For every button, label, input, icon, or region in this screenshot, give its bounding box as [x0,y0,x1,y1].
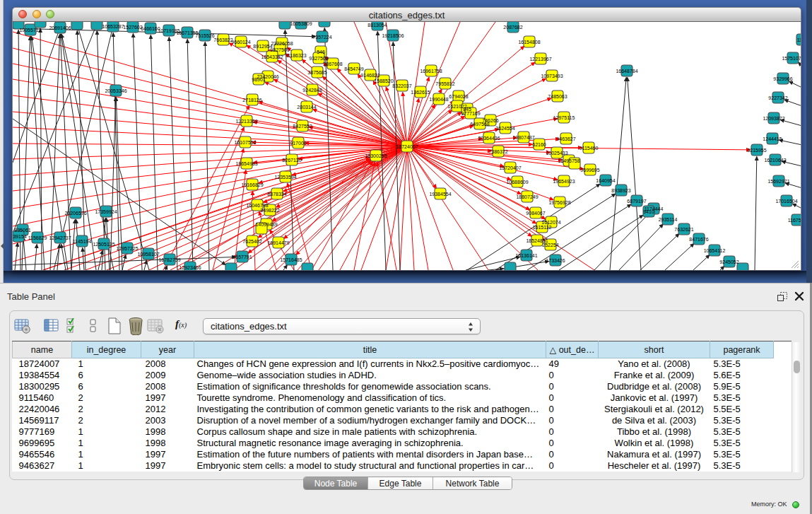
svg-text:16053809: 16053809 [290,22,312,26]
svg-text:9657791: 9657791 [233,255,252,259]
svg-text:1156829: 1156829 [28,235,47,240]
svg-text:9146821: 9146821 [360,73,379,78]
svg-text:8427552: 8427552 [293,124,312,129]
svg-text:62160: 62160 [532,142,546,147]
svg-text:8322037: 8322037 [392,83,411,88]
svg-text:12975115: 12975115 [553,115,575,120]
svg-text:10973493: 10973493 [541,74,563,78]
svg-text:10654112: 10654112 [704,248,726,253]
svg-text:18807249: 18807249 [516,194,538,199]
svg-text:1167533: 1167533 [788,218,801,223]
svg-text:7625402: 7625402 [242,239,261,244]
svg-text:16107552: 16107552 [234,140,256,145]
svg-text:19384554: 19384554 [429,192,451,197]
svg-text:12213369: 12213369 [235,119,257,124]
svg-text:2867608: 2867608 [323,62,342,66]
svg-text:8186323: 8186323 [287,53,306,58]
svg-text:9660124: 9660124 [231,40,250,45]
svg-text:2935114: 2935114 [659,217,678,222]
svg-text:9242848: 9242848 [302,88,322,93]
svg-text:939154: 939154 [13,234,27,239]
svg-text:16961758: 16961758 [420,69,442,74]
svg-text:9115460: 9115460 [579,146,599,151]
svg-text:6879197: 6879197 [627,199,646,204]
svg-text:9227342: 9227342 [768,95,787,100]
svg-text:14099489: 14099489 [255,222,277,227]
svg-text:10688609: 10688609 [506,180,528,185]
svg-text:10653287: 10653287 [102,24,124,29]
svg-text:20053346: 20053346 [105,88,126,93]
svg-text:16495758: 16495758 [558,158,579,163]
svg-text:9699695: 9699695 [580,168,599,173]
svg-text:7515526: 7515526 [195,33,214,38]
svg-text:19166829: 19166829 [241,182,263,187]
svg-text:15716485: 15716485 [280,257,302,262]
svg-text:20691406: 20691406 [49,25,71,30]
svg-text:8471676: 8471676 [689,237,708,242]
svg-text:20364436: 20364436 [478,136,500,141]
svg-text:546: 546 [317,49,325,54]
svg-text:9827500: 9827500 [270,47,289,52]
svg-text:7955812: 7955812 [435,81,454,86]
svg-text:15692971: 15692971 [767,179,789,184]
svg-text:8813054: 8813054 [367,23,387,28]
svg-text:12942737: 12942737 [49,235,71,240]
svg-text:8267130: 8267130 [282,158,301,163]
svg-text:2087682: 2087682 [503,25,522,30]
svg-text:6794028: 6794028 [449,94,468,99]
svg-text:7386372: 7386372 [488,149,507,154]
svg-text:8215955: 8215955 [747,148,766,153]
svg-text:7357224: 7357224 [312,35,331,40]
svg-text:8938923: 8938923 [611,188,630,193]
svg-text:16914479: 16914479 [267,240,289,245]
svg-text:7663822: 7663822 [213,37,233,42]
svg-text:15720407: 15720407 [499,165,521,170]
svg-text:10807487: 10807487 [512,135,534,140]
svg-text:12505135: 12505135 [93,242,114,247]
svg-text:9327508: 9327508 [309,56,328,61]
svg-text:3624554: 3624554 [495,126,514,131]
svg-text:15136141: 15136141 [515,253,537,258]
svg-text:7632621: 7632621 [674,227,693,232]
svg-text:18300295: 18300295 [365,153,387,158]
svg-text:19055712: 19055712 [19,28,41,33]
svg-text:1145194: 1145194 [73,239,92,244]
svg-text:1640954: 1640954 [596,178,615,183]
svg-text:3498222: 3498222 [260,208,279,213]
svg-text:19654923: 19654923 [553,179,575,184]
svg-text:1612074: 1612074 [541,220,560,225]
svg-text:252254: 252254 [542,243,558,247]
svg-text:8454749: 8454749 [344,66,363,71]
svg-text:16210643: 16210643 [764,158,786,163]
svg-text:2803144: 2803144 [297,105,316,110]
svg-text:835061: 835061 [14,228,30,233]
svg-text:16154808: 16154808 [518,40,540,45]
svg-text:1527602: 1527602 [123,25,142,30]
svg-text:9084067: 9084067 [526,211,545,216]
svg-text:1244415: 1244415 [763,136,782,141]
svg-text:23226058: 23226058 [271,41,293,46]
svg-text:19756928: 19756928 [548,200,570,205]
svg-text:16782759: 16782759 [158,257,180,262]
svg-text:9463627: 9463627 [556,136,575,141]
svg-text:9777169: 9777169 [461,111,480,116]
svg-text:6497568: 6497568 [470,122,489,127]
svg-text:15751074: 15751074 [782,56,801,61]
svg-text:3875685: 3875685 [307,70,326,75]
svg-text:10958107: 10958107 [137,252,159,257]
svg-text:1362615: 1362615 [411,90,430,95]
svg-text:917006: 917006 [290,141,306,146]
svg-text:1588520: 1588520 [374,78,393,83]
svg-text:8878334: 8878334 [267,192,286,197]
svg-text:7485063: 7485063 [548,94,567,99]
svg-text:20206576: 20206576 [64,211,86,216]
svg-text:10025433: 10025433 [546,151,567,156]
svg-text:18724007: 18724007 [396,144,418,149]
svg-text:16648784: 16648784 [616,69,637,74]
svg-text:12923466: 12923466 [179,265,201,270]
svg-text:19654983: 19654983 [235,161,257,166]
svg-text:2718126: 2718126 [242,98,261,103]
svg-text:12353594: 12353594 [274,175,296,180]
svg-text:17359924: 17359924 [95,209,117,214]
svg-text:1615112: 1615112 [533,225,552,230]
